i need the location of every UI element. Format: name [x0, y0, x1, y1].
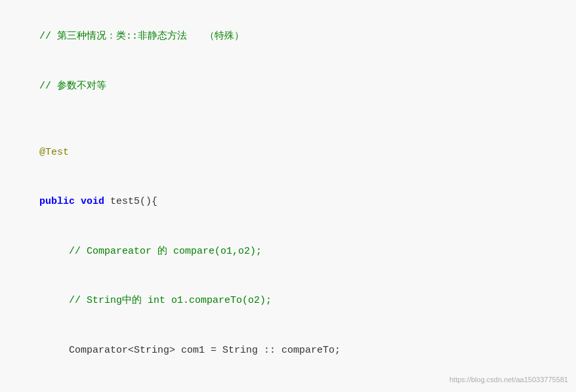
code-line-5: public void test5(){: [16, 177, 560, 227]
code-line-7: // String中的 int o1.compareTo(o2);: [16, 276, 560, 326]
comment-4: // String中的 int o1.compareTo(o2);: [39, 295, 272, 306]
annotation-test: @Test: [39, 147, 69, 158]
code-line-8: Comparator<String> com1 = String :: comp…: [16, 326, 560, 376]
watermark: https://blog.csdn.net/aa15033775581: [449, 374, 568, 385]
keyword-public: public: [39, 196, 75, 207]
comment-2: // 参数不对等: [39, 81, 106, 92]
code-line-3: [16, 111, 560, 127]
code-line-6: // Compareator 的 compare(o1,o2);: [16, 226, 560, 276]
code-block: // 第三种情况：类::非静态方法 （特殊） // 参数不对等 @Test pu…: [0, 0, 576, 392]
keyword-void: void: [81, 196, 104, 207]
comment-1: // 第三种情况：类::非静态方法 （特殊）: [39, 31, 244, 42]
code-line-2: // 参数不对等: [16, 62, 560, 111]
code-line-1: // 第三种情况：类::非静态方法 （特殊）: [16, 12, 560, 62]
comparator-line: Comparator<String> com1 = String :: comp…: [39, 345, 340, 356]
method-signature: test5(){: [104, 196, 157, 207]
code-line-4: @Test: [16, 127, 560, 177]
comment-3: // Compareator 的 compare(o1,o2);: [39, 246, 262, 257]
